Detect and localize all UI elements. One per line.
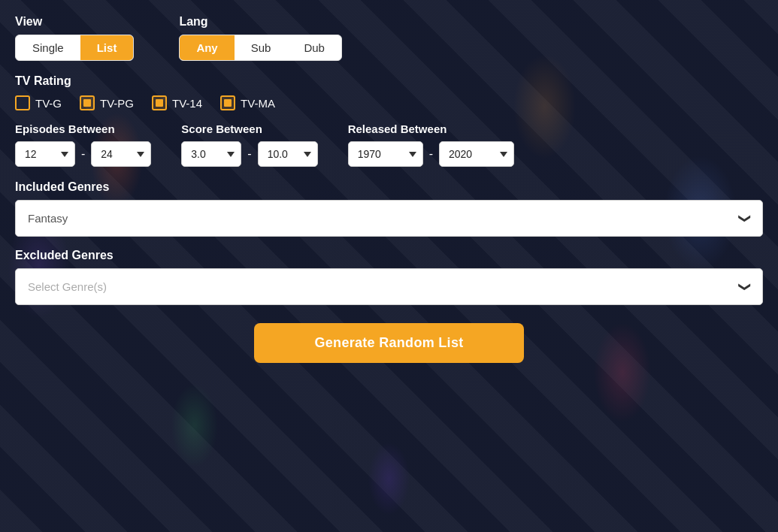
tv-ma-item[interactable]: TV-MA [220, 95, 275, 110]
score-between-group: Score Between 1.0 2.0 3.0 4.0 5.0 6.0 - … [181, 122, 317, 167]
episodes-inputs: 1 6 12 24 48 100 - 12 24 48 100 200 500 [15, 141, 151, 167]
lang-toggle-group: Any Sub Dub [179, 35, 342, 61]
tv-g-label: TV-G [35, 97, 62, 110]
lang-group: Lang Any Sub Dub [179, 15, 342, 61]
view-list-button[interactable]: List [80, 35, 134, 60]
generate-random-list-button[interactable]: Generate Random List [254, 323, 523, 363]
tv-rating-section: TV Rating TV-G TV-PG TV-14 TV-MA [15, 74, 763, 110]
excluded-genres-chevron-icon: ❯ [738, 282, 752, 292]
episodes-from-select[interactable]: 1 6 12 24 48 100 [15, 141, 75, 167]
excluded-genres-section: Excluded Genres Select Genre(s) ❯ [15, 249, 763, 305]
included-genres-chevron-icon: ❯ [738, 213, 752, 223]
tv-14-checkbox[interactable] [152, 95, 167, 110]
excluded-genres-label: Excluded Genres [15, 249, 763, 262]
generate-button-row: Generate Random List [15, 323, 763, 363]
released-between-group: Released Between 1960 1970 1980 1990 200… [348, 122, 514, 167]
tv-pg-item[interactable]: TV-PG [80, 95, 134, 110]
episodes-separator: - [81, 147, 85, 161]
included-genres-section: Included Genres Fantasy ❯ [15, 180, 763, 237]
episodes-between-group: Episodes Between 1 6 12 24 48 100 - 12 2… [15, 122, 151, 167]
tv-pg-checkbox[interactable] [80, 95, 95, 110]
included-genres-value: Fantasy [28, 212, 68, 225]
released-label: Released Between [348, 122, 514, 135]
excluded-genres-placeholder: Select Genre(s) [28, 280, 107, 293]
released-separator: - [429, 147, 433, 161]
episodes-label: Episodes Between [15, 122, 151, 135]
score-inputs: 1.0 2.0 3.0 4.0 5.0 6.0 - 7.0 8.0 9.0 10… [181, 141, 317, 167]
lang-dub-button[interactable]: Dub [287, 35, 341, 60]
excluded-genres-select[interactable]: Select Genre(s) ❯ [15, 268, 763, 305]
top-controls-row: View Single List Lang Any Sub Dub [15, 15, 763, 61]
tv-14-item[interactable]: TV-14 [152, 95, 202, 110]
lang-any-button[interactable]: Any [180, 35, 234, 60]
tv-g-item[interactable]: TV-G [15, 95, 62, 110]
view-group: View Single List [15, 15, 134, 61]
score-from-select[interactable]: 1.0 2.0 3.0 4.0 5.0 6.0 [181, 141, 241, 167]
range-sections: Episodes Between 1 6 12 24 48 100 - 12 2… [15, 122, 763, 167]
tv-g-checkbox[interactable] [15, 95, 30, 110]
lang-label: Lang [179, 15, 342, 29]
view-single-button[interactable]: Single [16, 35, 80, 60]
released-from-select[interactable]: 1960 1970 1980 1990 2000 2010 [348, 141, 423, 167]
score-to-select[interactable]: 7.0 8.0 9.0 10.0 [258, 141, 318, 167]
included-genres-select[interactable]: Fantasy ❯ [15, 200, 763, 237]
view-toggle-group: Single List [15, 35, 134, 61]
included-genres-label: Included Genres [15, 180, 763, 194]
view-label: View [15, 15, 134, 29]
tv-rating-row: TV-G TV-PG TV-14 TV-MA [15, 95, 763, 110]
score-separator: - [247, 147, 251, 161]
tv-ma-label: TV-MA [241, 97, 275, 110]
tv-14-label: TV-14 [172, 97, 202, 110]
released-inputs: 1960 1970 1980 1990 2000 2010 - 2000 200… [348, 141, 514, 167]
lang-sub-button[interactable]: Sub [235, 35, 288, 60]
released-to-select[interactable]: 2000 2005 2010 2015 2020 2024 [439, 141, 514, 167]
score-label: Score Between [181, 122, 317, 135]
tv-rating-label: TV Rating [15, 74, 763, 88]
tv-pg-label: TV-PG [100, 97, 134, 110]
episodes-to-select[interactable]: 12 24 48 100 200 500 [91, 141, 151, 167]
tv-ma-checkbox[interactable] [220, 95, 235, 110]
